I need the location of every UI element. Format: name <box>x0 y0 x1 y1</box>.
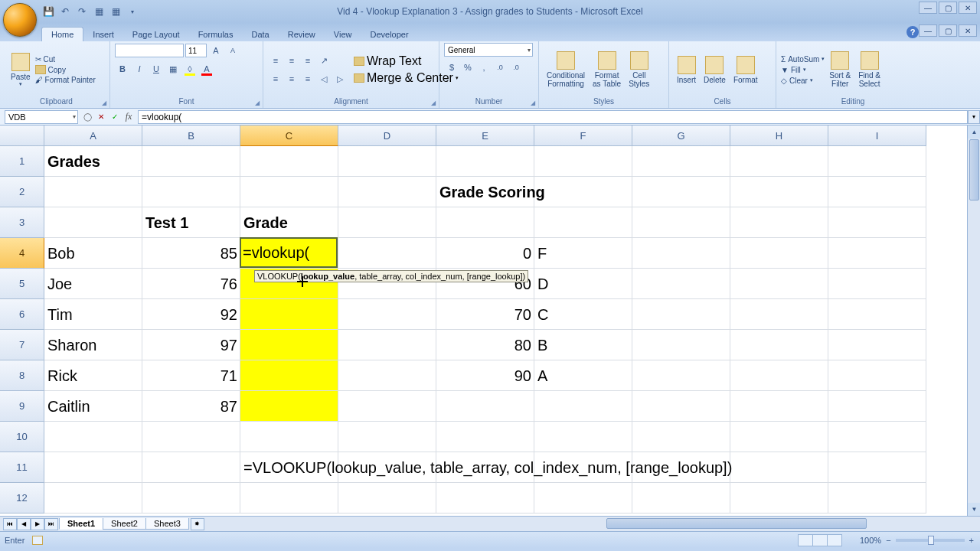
currency-icon[interactable]: $ <box>444 60 459 75</box>
font-color-button[interactable]: A <box>199 61 214 77</box>
autosum-button[interactable]: ΣAutoSum ▾ <box>781 55 825 64</box>
border-button[interactable]: ▦ <box>165 61 181 77</box>
dialog-launcher-icon[interactable]: ◢ <box>528 98 537 107</box>
close-button[interactable]: ✕ <box>959 2 977 14</box>
dialog-launcher-icon[interactable]: ◢ <box>253 98 262 107</box>
minimize-button[interactable]: — <box>919 2 937 14</box>
cell-E8[interactable]: 90 <box>436 360 534 391</box>
align-center-icon[interactable]: ≡ <box>284 71 299 86</box>
highlighted-cell[interactable] <box>240 360 338 391</box>
insert-function-button[interactable]: fx <box>122 111 135 123</box>
cell-styles-button[interactable]: Cell Styles <box>626 50 652 90</box>
cut-button[interactable]: ✂Cut <box>35 55 96 64</box>
decrease-font-icon[interactable]: A <box>225 43 240 58</box>
cell-F6[interactable]: C <box>534 299 632 330</box>
tab-developer[interactable]: Developer <box>361 28 417 41</box>
maximize-button[interactable]: ▢ <box>939 2 957 14</box>
column-header[interactable]: C <box>240 126 338 146</box>
zoom-out-button[interactable]: − <box>886 536 890 545</box>
row-header[interactable]: 9 <box>0 391 44 422</box>
align-middle-icon[interactable]: ≡ <box>284 53 299 68</box>
qat-btn[interactable]: ▦ <box>92 5 106 18</box>
bold-button[interactable]: B <box>115 61 130 77</box>
format-painter-button[interactable]: 🖌Format Painter <box>35 76 96 84</box>
align-bottom-icon[interactable]: ≡ <box>300 53 315 68</box>
formula-input[interactable] <box>138 110 968 124</box>
decrease-indent-icon[interactable]: ◁ <box>316 71 332 86</box>
number-format-combo[interactable]: General <box>444 43 533 57</box>
cell-B6[interactable]: 92 <box>142 299 240 330</box>
expand-formula-bar-icon[interactable]: ▾ <box>968 110 980 124</box>
dialog-launcher-icon[interactable]: ◢ <box>429 98 438 107</box>
help-icon[interactable]: ? <box>906 26 919 38</box>
format-as-table-button[interactable]: Format as Table <box>590 50 624 90</box>
horizontal-scrollbar[interactable] <box>591 517 966 530</box>
cell-E4[interactable]: 0 <box>436 238 534 269</box>
column-header[interactable]: H <box>730 126 828 146</box>
cell-F5[interactable]: D <box>534 269 632 299</box>
orientation-icon[interactable]: ↗ <box>316 53 332 68</box>
workbook-minimize-button[interactable]: — <box>919 24 937 37</box>
row-header[interactable]: 7 <box>0 330 44 360</box>
cell-A6[interactable]: Tim <box>44 299 142 330</box>
sheet-tab-sheet1[interactable]: Sheet1 <box>59 518 103 530</box>
zoom-thumb[interactable] <box>928 536 934 545</box>
select-all-corner[interactable] <box>0 126 44 146</box>
column-header[interactable]: I <box>828 126 926 146</box>
column-header[interactable]: D <box>338 126 436 146</box>
format-cells-button[interactable]: Format <box>730 54 761 86</box>
cell-B9[interactable]: 87 <box>142 391 240 422</box>
cell-A9[interactable]: Caitlin <box>44 391 142 422</box>
font-size-combo[interactable]: 11 <box>185 44 207 57</box>
cell-B3[interactable]: Test 1 <box>142 207 240 238</box>
workbook-close-button[interactable]: ✕ <box>959 24 977 37</box>
decrease-decimal-icon[interactable]: .0 <box>508 60 524 75</box>
save-icon[interactable]: 💾 <box>41 5 55 18</box>
cell-B8[interactable]: 71 <box>142 360 240 391</box>
comma-icon[interactable]: , <box>476 60 492 75</box>
fill-color-button[interactable]: ◊ <box>182 61 198 77</box>
align-left-icon[interactable]: ≡ <box>268 71 283 86</box>
italic-button[interactable]: I <box>132 61 147 77</box>
last-sheet-button[interactable]: ⏭ <box>44 518 58 530</box>
tab-home[interactable]: Home <box>41 27 83 41</box>
cell-A1[interactable]: Grades <box>44 146 142 177</box>
cell-E6[interactable]: 70 <box>436 299 534 330</box>
cell-C3[interactable]: Grade <box>240 207 338 238</box>
row-header[interactable]: 3 <box>0 207 44 238</box>
column-header[interactable]: E <box>436 126 534 146</box>
cell-F8[interactable]: A <box>534 360 632 391</box>
name-box[interactable]: VDB <box>5 110 78 124</box>
sort-filter-button[interactable]: Sort & Filter <box>826 50 854 90</box>
tab-formulas[interactable]: Formulas <box>189 28 243 41</box>
page-layout-view-button[interactable] <box>812 534 828 546</box>
cell-A7[interactable]: Sharon <box>44 330 142 360</box>
percent-icon[interactable]: % <box>460 60 475 75</box>
redo-icon[interactable]: ↷ <box>75 5 89 18</box>
insert-cells-button[interactable]: Insert <box>674 54 699 86</box>
row-header[interactable]: 6 <box>0 299 44 330</box>
cancel-formula-button[interactable]: ✕ <box>95 111 107 123</box>
normal-view-button[interactable] <box>798 534 813 546</box>
column-header[interactable]: F <box>534 126 632 146</box>
font-family-combo[interactable] <box>115 44 184 57</box>
find-select-button[interactable]: Find & Select <box>855 50 884 90</box>
row-header[interactable]: 1 <box>0 146 44 177</box>
new-sheet-button[interactable]: ✸ <box>191 518 204 530</box>
first-sheet-button[interactable]: ⏮ <box>3 518 17 530</box>
cell-B7[interactable]: 97 <box>142 330 240 360</box>
cell-A5[interactable]: Joe <box>44 269 142 299</box>
tab-review[interactable]: Review <box>279 28 325 41</box>
highlighted-cell[interactable] <box>240 330 338 360</box>
paste-button[interactable]: Paste ▾ <box>8 51 34 89</box>
increase-indent-icon[interactable]: ▷ <box>332 71 348 86</box>
align-top-icon[interactable]: ≡ <box>268 53 283 68</box>
row-header[interactable]: 8 <box>0 360 44 391</box>
vertical-scrollbar[interactable]: ▲ ▼ <box>967 126 980 516</box>
office-button[interactable] <box>3 3 37 37</box>
scroll-down-icon[interactable]: ▼ <box>968 503 980 516</box>
row-header[interactable]: 10 <box>0 422 44 452</box>
sheet-tab-sheet3[interactable]: Sheet3 <box>145 518 189 530</box>
copy-button[interactable]: Copy <box>35 65 96 74</box>
cell-A4[interactable]: Bob <box>44 238 142 269</box>
